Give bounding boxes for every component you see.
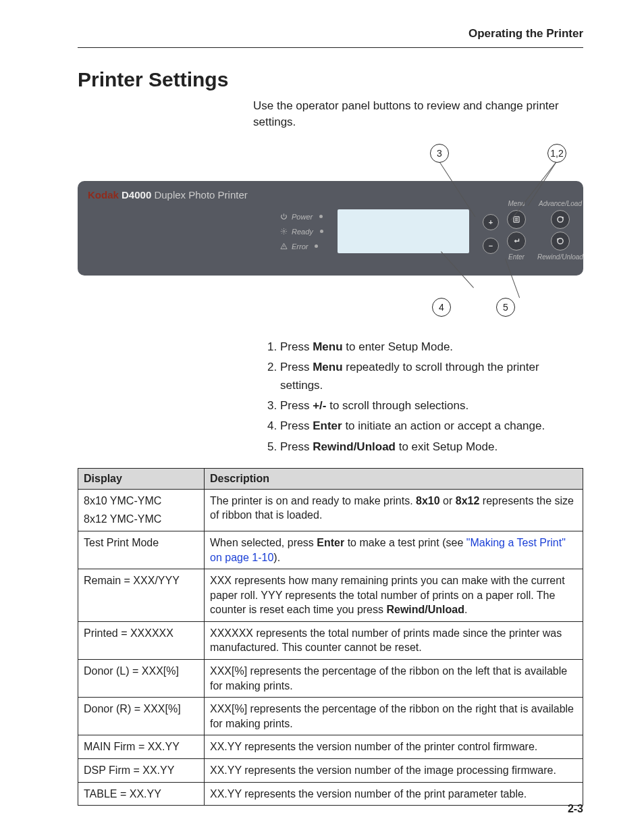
display-table: Display Description 8x10 YMC-YMC 8x12 YM… <box>78 468 583 806</box>
step-5: Press Rewind/Unload to exit Setup Mode. <box>280 438 583 456</box>
table-row: Test Print Mode When selected, press Ent… <box>78 531 583 569</box>
advance-icon <box>556 215 565 224</box>
step-4: Press Enter to initiate an action or acc… <box>280 417 583 435</box>
lcd-screen <box>338 209 469 253</box>
running-header: Operating the Printer <box>78 27 583 41</box>
operator-panel: Kodak D4000 Duplex Photo Printer Power R… <box>78 181 583 276</box>
rewind-button <box>551 232 570 251</box>
advance-rewind-column: Advance/Load Rewind/Unload <box>537 200 584 261</box>
callout-5: 5 <box>496 298 515 317</box>
step-2: Press Menu repeatedly to scroll through … <box>280 358 583 394</box>
panel-brand: Kodak D4000 Duplex Photo Printer <box>88 189 248 201</box>
callout-4: 4 <box>432 298 451 317</box>
panel-diagram: 3 1,2 4 5 Kodak D4000 Duplex Photo Print… <box>78 144 583 330</box>
advance-label: Advance/Load <box>537 200 584 207</box>
power-icon <box>280 213 288 220</box>
cell-text: 8x10 YMC-YMC <box>84 494 198 509</box>
enter-icon <box>512 236 521 246</box>
cell-text: 8x12 YMC-YMC <box>84 512 198 527</box>
menu-enter-column: Menu Enter <box>503 200 530 261</box>
sun-icon <box>280 228 288 235</box>
page-number: 2-3 <box>568 803 583 815</box>
page-title: Printer Settings <box>78 68 583 91</box>
table-row: Remain = XXX/YYY XXX represents how many… <box>78 569 583 622</box>
table-row: MAIN Firm = XX.YY XX.YY represents the v… <box>78 735 583 759</box>
enter-label: Enter <box>503 253 530 261</box>
led-power: Power <box>280 209 323 224</box>
table-row: Donor (R) = XXX[%] XXX[%] represents the… <box>78 698 583 735</box>
table-row: 8x10 YMC-YMC 8x12 YMC-YMC The printer is… <box>78 489 583 531</box>
led-ready-label: Ready <box>292 224 313 239</box>
brand-subtitle: Duplex Photo Printer <box>154 189 247 201</box>
callout-3: 3 <box>430 144 449 163</box>
th-display: Display <box>78 468 205 489</box>
brand-model: D4000 <box>122 189 151 201</box>
warning-icon <box>280 242 288 250</box>
steps-list: Press Menu to enter Setup Mode. Press Me… <box>280 338 583 456</box>
minus-button: − <box>483 238 499 254</box>
led-ready: Ready <box>280 224 323 239</box>
step-1: Press Menu to enter Setup Mode. <box>280 338 583 356</box>
table-row: DSP Firm = XX.YY XX.YY represents the ve… <box>78 759 583 783</box>
led-group: Power Ready Error <box>280 209 323 254</box>
rewind-icon <box>556 236 565 246</box>
brand-kodak: Kodak <box>88 189 119 201</box>
table-row: Printed = XXXXXX XXXXXX represents the t… <box>78 621 583 659</box>
led-power-label: Power <box>292 209 313 224</box>
plus-button: + <box>483 214 499 230</box>
table-row: TABLE = XX.YY XX.YY represents the versi… <box>78 782 583 806</box>
intro-text: Use the operator panel buttons to review… <box>253 98 583 130</box>
rewind-label: Rewind/Unload <box>537 253 584 261</box>
th-description: Description <box>205 468 583 489</box>
header-rule <box>78 47 583 48</box>
led-error-label: Error <box>292 239 308 254</box>
advance-button <box>551 210 570 229</box>
enter-button <box>507 232 526 251</box>
svg-point-0 <box>283 230 285 232</box>
led-error: Error <box>280 239 323 254</box>
step-3: Press +/- to scroll through selections. <box>280 396 583 415</box>
table-row: Donor (L) = XXX[%] XXX[%] represents the… <box>78 660 583 698</box>
callout-1-2: 1,2 <box>547 144 566 163</box>
